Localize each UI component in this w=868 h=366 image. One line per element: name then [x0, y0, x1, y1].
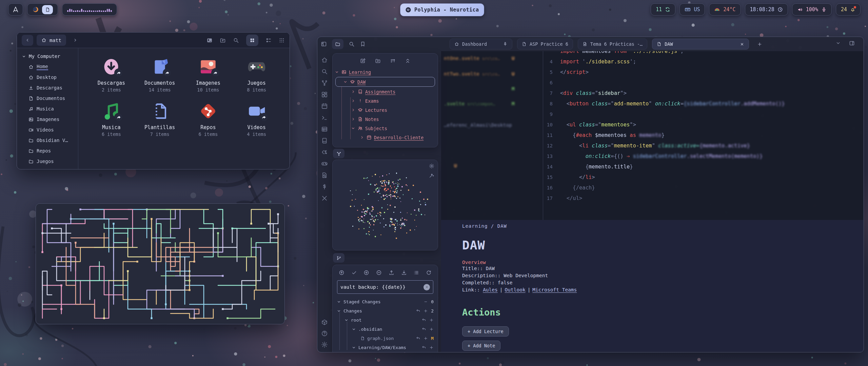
ribbon-dashboard-icon[interactable] — [321, 91, 328, 98]
stage-icon[interactable] — [429, 345, 434, 350]
package-icon[interactable] — [321, 319, 328, 326]
sidebar-item-documentos[interactable]: Documentos — [20, 93, 75, 104]
ribbon-table-icon[interactable] — [321, 126, 328, 133]
new-folder-icon[interactable] — [375, 58, 381, 64]
stage-icon[interactable] — [423, 336, 428, 341]
add-lecture-button[interactable]: + Add Lecture — [462, 326, 509, 337]
git-panel-tab[interactable] — [333, 253, 344, 263]
tab-daw[interactable]: DAW — [652, 39, 749, 49]
tree-item-assignments[interactable]: Assignments — [335, 87, 436, 96]
discard-icon[interactable] — [422, 327, 426, 331]
refresh-icon[interactable] — [426, 270, 432, 276]
tree-item-desarrollo-cliente[interactable]: Desarrollo-Cliente — [335, 133, 436, 142]
folder-juegos[interactable]: Juegos 8 items — [233, 56, 280, 93]
ribbon-book-icon[interactable] — [321, 137, 328, 144]
unstage-all-icon[interactable] — [376, 270, 382, 276]
change-list-icon[interactable] — [413, 270, 419, 276]
keyboard-layout-widget[interactable]: US — [679, 3, 705, 16]
ribbon-currency-icon[interactable] — [321, 183, 328, 190]
link-outlook[interactable]: Outlook — [505, 287, 526, 292]
folder-musica[interactable]: Musica 6 items — [87, 101, 135, 137]
graph-view-dots[interactable] — [337, 165, 433, 245]
sidebar-root[interactable]: My Computer — [20, 53, 75, 62]
launcher-button[interactable] — [8, 3, 23, 16]
commit-push-icon[interactable] — [339, 270, 344, 276]
clock-widget[interactable]: 18:08:28 — [745, 3, 788, 16]
folder-imagenes[interactable]: Imagenes 10 items — [184, 56, 232, 93]
discard-icon[interactable] — [416, 336, 420, 341]
back-button[interactable] — [22, 35, 33, 46]
new-folder-icon[interactable] — [220, 37, 226, 43]
note-breadcrumb[interactable]: Learning / DAW — [462, 223, 850, 229]
sidebar-item-desktop[interactable]: Desktop — [20, 72, 75, 83]
tree-item-lectures[interactable]: Lectures — [335, 105, 436, 115]
ribbon-file-search-icon[interactable] — [321, 172, 328, 179]
close-icon[interactable] — [740, 42, 744, 46]
search-icon[interactable] — [349, 41, 355, 47]
tab-list-dropdown-icon[interactable] — [835, 40, 841, 46]
notifications-widget[interactable]: 24 — [836, 3, 861, 16]
now-playing-widget[interactable]: Polyphia - Neurotica — [400, 3, 484, 16]
breadcrumb[interactable]: matt — [37, 35, 66, 46]
ribbon-search-icon[interactable] — [321, 68, 328, 75]
ribbon-terminal-icon[interactable] — [321, 114, 328, 121]
ribbon-calendar-icon[interactable] — [321, 103, 328, 109]
stage-icon[interactable] — [423, 309, 428, 313]
sidebar-item-home[interactable]: Home — [20, 62, 75, 72]
toggle-left-sidebar-icon[interactable] — [321, 41, 327, 47]
new-tab-button[interactable] — [754, 39, 765, 49]
graph-panel-tab[interactable] — [333, 149, 344, 158]
sidebar-item-imagenes[interactable]: Imagenes — [20, 114, 75, 125]
git-row-learning-daw-exams[interactable]: Learning/DAW/Exams — [333, 343, 438, 352]
folder-plantillas[interactable]: Plantillas 7 items — [136, 101, 183, 137]
discard-icon[interactable] — [422, 345, 426, 350]
updates-widget[interactable]: 11 — [651, 3, 675, 16]
clear-message-button[interactable] — [423, 284, 430, 290]
sort-order-icon[interactable] — [390, 58, 396, 64]
git-row-obsidian-dir[interactable]: .obsidian — [333, 325, 438, 334]
forward-button[interactable] — [70, 35, 81, 46]
git-row-graph-json[interactable]: graph.json M — [333, 334, 438, 343]
add-note-button[interactable]: + Add Note — [462, 341, 500, 351]
tree-item-notes[interactable]: Notes — [335, 115, 436, 124]
sidebar-item-obsidian-vault[interactable]: Obsidian V… — [20, 135, 75, 146]
ribbon-tools-icon[interactable] — [321, 195, 328, 202]
push-icon[interactable] — [389, 270, 394, 276]
git-staged-section[interactable]: Staged Changes 0 — [333, 297, 438, 306]
pull-icon[interactable] — [401, 270, 407, 276]
ribbon-home-icon[interactable] — [321, 57, 328, 63]
git-changes-section[interactable]: Changes 2 — [333, 306, 438, 316]
discard-icon[interactable] — [422, 318, 426, 322]
ribbon-template-icon[interactable] — [321, 149, 328, 156]
link-microsoft-teams[interactable]: Microsoft Teams — [532, 287, 577, 292]
help-icon[interactable] — [321, 330, 328, 337]
sidebar-item-descargas[interactable]: Descargas — [20, 83, 75, 93]
grid-view-button[interactable] — [246, 35, 258, 46]
active-app-chip[interactable] — [42, 5, 53, 14]
volume-widget[interactable]: 100% — [792, 3, 832, 16]
folder-videos[interactable]: Videos 4 items — [233, 101, 280, 137]
sidebar-item-musica[interactable]: Musica — [20, 104, 75, 114]
stage-icon[interactable] — [429, 327, 434, 331]
link-aules[interactable]: Aules — [483, 287, 498, 292]
files-panel-button[interactable] — [332, 39, 343, 49]
collapse-all-icon[interactable] — [405, 58, 411, 64]
graph-filter-wand-icon[interactable] — [429, 173, 434, 178]
ribbon-gamepad-icon[interactable] — [321, 160, 328, 167]
firefox-icon[interactable] — [32, 6, 39, 13]
bookmark-icon[interactable] — [360, 41, 366, 47]
commit-icon[interactable] — [351, 270, 357, 276]
stage-icon[interactable] — [429, 318, 434, 322]
ribbon-graph-icon[interactable] — [321, 80, 328, 86]
folder-descargas[interactable]: Descargas 2 items — [87, 56, 135, 93]
pin-icon[interactable] — [503, 42, 508, 46]
git-row-root[interactable]: root — [333, 316, 438, 325]
sidebar-item-repos[interactable]: Repos — [20, 146, 75, 156]
settings-gear-icon[interactable] — [321, 341, 328, 348]
open-terminal-icon[interactable] — [206, 37, 213, 43]
unstage-icon[interactable] — [423, 300, 428, 304]
stage-all-icon[interactable] — [363, 270, 369, 276]
sidebar-item-videos[interactable]: Videos — [20, 125, 75, 135]
search-icon[interactable] — [233, 37, 239, 43]
compact-view-icon[interactable] — [279, 37, 285, 43]
